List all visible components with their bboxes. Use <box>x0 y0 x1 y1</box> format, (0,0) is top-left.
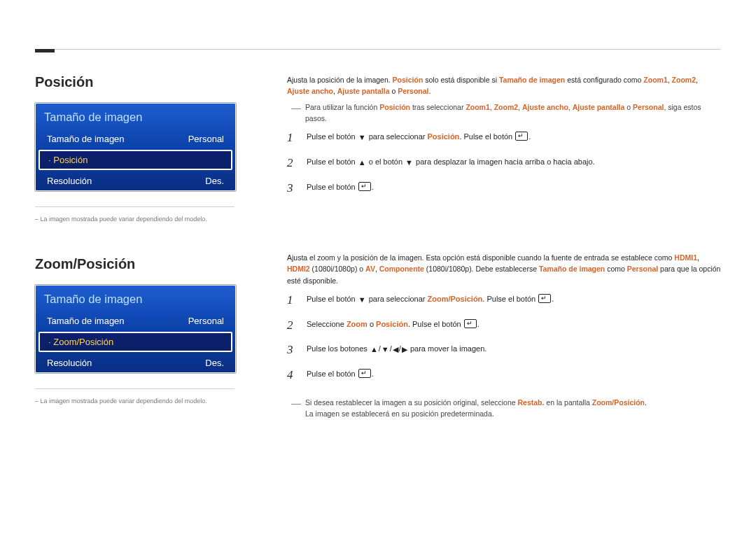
enter-icon <box>538 294 551 303</box>
left-column: Posición Tamaño de imagen Tamaño de imag… <box>35 74 238 424</box>
down-arrow-icon: ▼ <box>358 132 366 143</box>
right-arrow-icon: ▶ <box>402 344 407 356</box>
menu-row-selected[interactable]: Posición <box>38 150 232 170</box>
step-3: Pulse los botones ▲/▼/◀/▶ para mover la … <box>287 343 721 356</box>
step-1: Pulse el botón ▼ para seleccionar Zoom/P… <box>287 293 721 306</box>
menu-row-selected[interactable]: Zoom/Posición <box>38 332 232 352</box>
intro-paragraph-2: Ajusta el zoom y la posición de la image… <box>287 252 721 286</box>
menu-label: Resolución <box>47 358 92 368</box>
menu-row-resolution: Resolución Des. <box>36 171 235 190</box>
menu-value: Personal <box>188 316 224 326</box>
menu-row-size: Tamaño de imagen Personal <box>36 129 235 148</box>
menu-selected-label: Posición <box>48 155 88 165</box>
enter-icon <box>515 132 528 141</box>
note-paragraph: Para utilizar la función Posición tras s… <box>287 101 721 125</box>
menu-label: Tamaño de imagen <box>47 134 125 144</box>
chapter-marker <box>35 36 55 52</box>
menu-label: Resolución <box>47 176 92 186</box>
top-divider <box>35 49 721 50</box>
menu-preview-zoom: Tamaño de imagen Tamaño de imagen Person… <box>35 285 236 373</box>
menu-row-resolution: Resolución Des. <box>36 353 235 372</box>
left-arrow-icon: ◀ <box>393 344 398 356</box>
note-paragraph-2: Si desea restablecer la imagen a su posi… <box>287 397 721 420</box>
enter-icon <box>464 319 477 328</box>
menu-value: Des. <box>205 358 224 368</box>
menu-value: Personal <box>188 134 224 144</box>
menu-preview-posicion: Tamaño de imagen Tamaño de imagen Person… <box>35 103 236 191</box>
menu-value: Des. <box>205 176 224 186</box>
up-arrow-icon: ▲ <box>370 344 378 356</box>
section-title-posicion: Posición <box>35 74 238 90</box>
down-arrow-icon: ▼ <box>358 294 366 306</box>
down-arrow-icon: ▼ <box>405 157 413 169</box>
disclaimer-text: La imagen mostrada puede variar dependie… <box>35 388 234 405</box>
menu-header: Tamaño de imagen <box>36 286 235 311</box>
menu-header: Tamaño de imagen <box>36 104 235 129</box>
note-line-2: La imagen se establecerá en su posición … <box>305 409 494 418</box>
disclaimer-text: La imagen mostrada puede variar dependie… <box>35 206 234 223</box>
up-arrow-icon: ▲ <box>358 157 366 169</box>
enter-icon <box>358 369 371 378</box>
menu-row-size: Tamaño de imagen Personal <box>36 311 235 330</box>
step-2: Seleccione Zoom o Posición. Pulse el bot… <box>287 318 721 330</box>
steps-list-2: Pulse el botón ▼ para seleccionar Zoom/P… <box>287 293 721 380</box>
down-arrow-icon: ▼ <box>382 344 389 356</box>
step-2: Pulse el botón ▲ o el botón ▼ para despl… <box>287 156 721 169</box>
step-3: Pulse el botón . <box>287 181 721 193</box>
intro-paragraph: Ajusta la posición de la imagen. Posició… <box>287 74 721 97</box>
steps-list-1: Pulse el botón ▼ para seleccionar Posici… <box>287 131 721 193</box>
right-column: Ajusta la posición de la imagen. Posició… <box>287 74 721 424</box>
menu-label: Tamaño de imagen <box>47 316 125 326</box>
menu-selected-label: Zoom/Posición <box>48 337 113 347</box>
enter-icon <box>358 182 371 191</box>
step-4: Pulse el botón . <box>287 368 721 380</box>
step-1: Pulse el botón ▼ para seleccionar Posici… <box>287 131 721 143</box>
section-title-zoom: Zoom/Posición <box>35 256 238 272</box>
